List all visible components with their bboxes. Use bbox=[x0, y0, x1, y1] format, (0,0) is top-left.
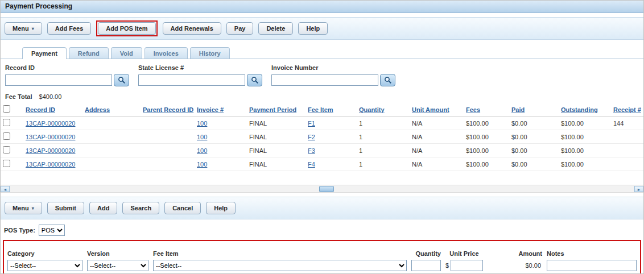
tab-invoices[interactable]: Invoices bbox=[145, 47, 188, 59]
pos-fee-item-label: Fee Item bbox=[153, 250, 407, 257]
quantity-cell: 1 bbox=[357, 117, 410, 130]
category-select[interactable]: --Select-- bbox=[7, 260, 82, 271]
scroll-right-icon[interactable]: ► bbox=[634, 186, 643, 192]
header-paid[interactable]: Paid bbox=[511, 106, 525, 113]
add-renewals-button[interactable]: Add Renewals bbox=[163, 22, 221, 35]
receipt-cell bbox=[611, 157, 643, 171]
bottom-toolbar: Menu ▾ Submit Add Search Cancel Help bbox=[1, 197, 643, 219]
fee-item-link[interactable]: F3 bbox=[308, 147, 315, 154]
invoice-link[interactable]: 100 bbox=[197, 161, 207, 168]
help-button[interactable]: Help bbox=[206, 202, 236, 214]
record-id-search-button[interactable] bbox=[114, 74, 129, 86]
invoice-link[interactable]: 100 bbox=[197, 147, 207, 154]
row-checkbox[interactable] bbox=[3, 160, 10, 167]
record-id-link[interactable]: 13CAP-00000020 bbox=[26, 147, 75, 154]
state-license-input[interactable] bbox=[138, 74, 245, 86]
row-checkbox[interactable] bbox=[3, 132, 10, 140]
search-icon bbox=[251, 76, 259, 84]
delete-button[interactable]: Delete bbox=[258, 22, 293, 35]
tab-refund[interactable]: Refund bbox=[69, 47, 109, 59]
horizontal-scrollbar[interactable]: ◄ ► bbox=[1, 185, 643, 193]
record-id-link[interactable]: 13CAP-00000020 bbox=[26, 120, 75, 127]
address-cell bbox=[82, 130, 141, 144]
add-pos-item-highlight: Add POS Item bbox=[96, 20, 157, 36]
fee-item-select[interactable]: --Select-- bbox=[153, 260, 407, 271]
chevron-down-icon: ▾ bbox=[32, 206, 34, 211]
pos-version-label: Version bbox=[87, 250, 148, 257]
version-select[interactable]: --Select-- bbox=[87, 260, 148, 271]
header-receipt[interactable]: Receipt # bbox=[613, 106, 641, 113]
add-pos-item-button[interactable]: Add POS Item bbox=[98, 22, 155, 35]
header-fees[interactable]: Fees bbox=[466, 106, 480, 113]
state-license-search-button[interactable] bbox=[247, 74, 262, 86]
record-id-input[interactable] bbox=[5, 74, 112, 86]
table-spacer bbox=[1, 171, 643, 185]
record-id-label: Record ID bbox=[5, 64, 129, 71]
top-toolbar: Menu ▾ Add Fees Add POS Item Add Renewal… bbox=[1, 17, 643, 40]
fee-item-link[interactable]: F2 bbox=[308, 134, 315, 140]
header-record-id[interactable]: Record ID bbox=[26, 106, 55, 113]
header-fee-item[interactable]: Fee Item bbox=[308, 106, 333, 113]
receipt-cell: 144 bbox=[611, 117, 643, 130]
search-fields: Record ID State License # bbox=[1, 59, 643, 89]
invoice-number-input[interactable] bbox=[271, 74, 378, 86]
tab-bar: Payment Refund Void Invoices History bbox=[1, 47, 643, 59]
row-checkbox[interactable] bbox=[3, 146, 10, 153]
header-parent-record-id[interactable]: Parent Record ID bbox=[143, 106, 193, 113]
header-payment-period[interactable]: Payment Period bbox=[249, 106, 296, 113]
payment-period-cell: FINAL bbox=[247, 144, 306, 157]
header-unit-amount[interactable]: Unit Amount bbox=[412, 106, 449, 113]
cancel-button[interactable]: Cancel bbox=[164, 202, 201, 214]
scrollbar-thumb[interactable] bbox=[319, 186, 334, 192]
tab-history[interactable]: History bbox=[190, 47, 230, 59]
record-id-link[interactable]: 13CAP-00000020 bbox=[26, 134, 75, 140]
menu-button[interactable]: Menu ▾ bbox=[5, 22, 42, 35]
payment-processing-window: Payment Processing Menu ▾ Add Fees Add P… bbox=[0, 0, 644, 274]
invoice-number-label: Invoice Number bbox=[271, 64, 395, 71]
fee-item-link[interactable]: F1 bbox=[308, 120, 315, 127]
select-all-checkbox[interactable] bbox=[3, 105, 10, 113]
menu-button-label: Menu bbox=[13, 25, 29, 32]
state-license-field-group: State License # bbox=[138, 64, 262, 86]
invoice-link[interactable]: 100 bbox=[197, 134, 207, 140]
header-outstanding[interactable]: Outstanding bbox=[561, 106, 598, 113]
submit-button[interactable]: Submit bbox=[47, 202, 84, 214]
tab-void[interactable]: Void bbox=[111, 47, 142, 59]
quantity-input[interactable] bbox=[411, 260, 441, 271]
notes-input[interactable] bbox=[547, 260, 637, 271]
table-header-row: Record ID Address Parent Record ID Invoi… bbox=[1, 103, 643, 117]
add-button[interactable]: Add bbox=[89, 202, 117, 214]
fee-total: Fee Total $400.00 bbox=[1, 89, 643, 103]
add-fees-button[interactable]: Add Fees bbox=[47, 22, 92, 35]
record-id-link[interactable]: 13CAP-00000020 bbox=[26, 161, 75, 168]
menu-button[interactable]: Menu ▾ bbox=[5, 202, 42, 214]
pos-category-label: Category bbox=[7, 250, 82, 257]
invoice-number-search-button[interactable] bbox=[380, 74, 395, 86]
parent-record-id-cell bbox=[141, 117, 195, 130]
header-address[interactable]: Address bbox=[85, 106, 110, 113]
unit-price-input[interactable] bbox=[451, 260, 483, 271]
fee-item-link[interactable]: F4 bbox=[308, 161, 315, 168]
fees-cell: $100.00 bbox=[464, 157, 509, 171]
tab-payment[interactable]: Payment bbox=[22, 47, 67, 59]
table-row: 13CAP-00000020 100 FINAL F4 1 N/A $100.0… bbox=[1, 157, 643, 171]
unit-amount-cell: N/A bbox=[410, 130, 464, 144]
quantity-cell: 1 bbox=[357, 157, 410, 171]
help-button[interactable]: Help bbox=[298, 22, 328, 35]
scroll-left-icon[interactable]: ◄ bbox=[1, 186, 10, 192]
pos-type-select[interactable]: POS bbox=[39, 225, 65, 236]
fee-total-value: $400.00 bbox=[39, 93, 62, 100]
header-quantity[interactable]: Quantity bbox=[359, 106, 385, 113]
invoice-link[interactable]: 100 bbox=[197, 120, 207, 127]
pos-type-row: POS Type: POS bbox=[1, 219, 643, 239]
outstanding-cell: $100.00 bbox=[559, 117, 611, 130]
amount-value: $0.00 bbox=[488, 262, 542, 269]
row-checkbox[interactable] bbox=[3, 119, 10, 126]
table-row: 13CAP-00000020 100 FINAL F2 1 N/A $100.0… bbox=[1, 130, 643, 144]
receipt-cell bbox=[611, 144, 643, 157]
search-button[interactable]: Search bbox=[122, 202, 159, 214]
address-cell bbox=[82, 144, 141, 157]
header-invoice[interactable]: Invoice # bbox=[197, 106, 224, 113]
pay-button[interactable]: Pay bbox=[226, 22, 254, 35]
pos-type-label: POS Type: bbox=[4, 227, 35, 234]
